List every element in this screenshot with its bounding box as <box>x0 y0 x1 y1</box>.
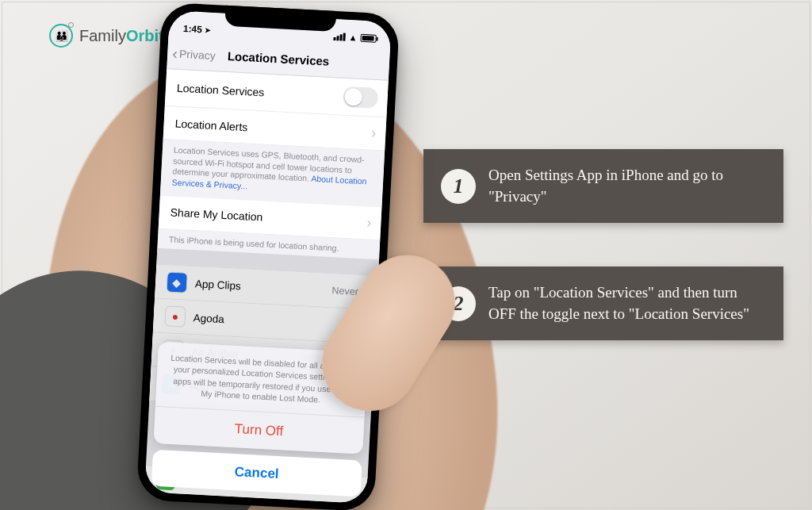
step-number-badge: 1 <box>441 169 476 204</box>
group-location-services: Location Services Location Alerts › <box>163 69 389 151</box>
logo-brand-second: Orbit <box>126 27 164 44</box>
logo-mark-icon: 👪 <box>49 24 73 48</box>
row-label: Location Alerts <box>174 117 367 140</box>
row-label: Location Services <box>177 82 344 103</box>
step-text: Tap on "Location Services" and then turn… <box>488 282 766 324</box>
brand-logo: 👪 FamilyOrbit <box>49 24 164 48</box>
nav-back-label: Privacy <box>179 47 216 61</box>
location-arrow-icon: ➤ <box>205 26 212 34</box>
nav-title: Location Services <box>228 49 330 68</box>
iphone-screen: 1:45 ➤ ▲ ‹ Privacy Location Services Loc… <box>144 10 391 504</box>
chevron-left-icon: ‹ <box>172 45 178 61</box>
nav-back-button[interactable]: ‹ Privacy <box>171 37 216 71</box>
iphone-frame: 1:45 ➤ ▲ ‹ Privacy Location Services Loc… <box>136 2 400 510</box>
wifi-icon: ▲ <box>348 33 358 43</box>
logo-people-icon: 👪 <box>55 30 68 41</box>
status-right: ▲ <box>333 32 376 44</box>
status-time: 1:45 ➤ <box>183 23 212 36</box>
instruction-step-2: 2 Tap on "Location Services" and then tu… <box>423 267 783 340</box>
location-services-toggle[interactable] <box>343 86 378 109</box>
chevron-right-icon: › <box>371 125 377 142</box>
instruction-step-1: 1 Open Settings App in iPhone and go to … <box>423 149 783 223</box>
logo-brand-first: Family <box>79 27 126 44</box>
status-time-text: 1:45 <box>183 23 203 35</box>
logo-text: FamilyOrbit <box>79 27 164 45</box>
step-text: Open Settings App in iPhone and go to "P… <box>488 165 766 207</box>
chevron-right-icon: › <box>366 214 372 231</box>
cell-signal-icon <box>334 33 347 41</box>
row-label: Share My Location <box>170 206 362 229</box>
battery-icon <box>360 34 376 43</box>
